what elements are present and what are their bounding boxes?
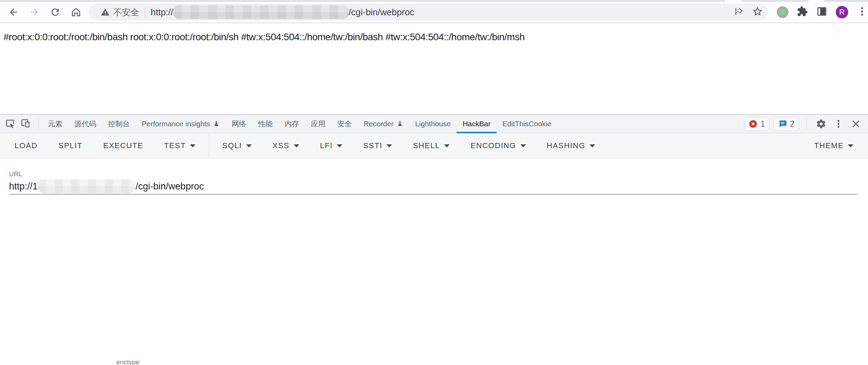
devtools-tab-sources[interactable]: 源代码 [68, 115, 102, 133]
chevron-down-icon [590, 144, 595, 147]
devtools-tab-network[interactable]: 网络 [226, 115, 252, 133]
kebab-menu-icon [833, 119, 844, 129]
devtools-tab-memory[interactable]: 内存 [278, 115, 305, 133]
hackbar-lfi-menu[interactable]: LFI [310, 133, 353, 159]
side-panel-button[interactable] [816, 6, 827, 18]
enctype-label: enctype [116, 358, 140, 365]
profile-avatar[interactable]: R [836, 6, 848, 18]
chevron-down-icon [190, 144, 195, 147]
hackbar-toolbar-separator [209, 133, 209, 159]
devtools-close-button[interactable] [849, 117, 862, 130]
tabbar-separator [807, 119, 807, 129]
passwd-output-text: #root:x:0:0:root:/root:/bin/bash root:x:… [0, 24, 868, 43]
home-button[interactable] [69, 6, 83, 19]
browser-window: 不安全 http:// /cgi-bin/webproc [0, 0, 868, 365]
url-text[interactable]: http:// /cgi-bin/webproc [151, 5, 414, 19]
close-icon [851, 119, 861, 129]
experiment-flask-icon [397, 120, 403, 127]
tabbar-separator [38, 119, 39, 129]
devtools-tab-hackbar[interactable]: HackBar [457, 115, 496, 133]
proxy-extension-icon[interactable] [777, 6, 788, 18]
address-bar[interactable]: 不安全 http:// /cgi-bin/webproc [89, 4, 768, 20]
device-toolbar-button[interactable] [20, 118, 31, 130]
proxy-extension-status-dot [779, 9, 786, 15]
devtools-menu-button[interactable] [832, 117, 845, 130]
hackbar-toolbar: LOAD SPLIT EXECUTE TEST SQLI XSS LFI SST… [0, 133, 868, 159]
devtools-tab-elements[interactable]: 元素 [42, 115, 68, 133]
hackbar-ssti-menu[interactable]: SSTI [353, 133, 402, 159]
devtools-tab-performance[interactable]: 性能 [252, 115, 278, 133]
browser-toolbar: 不安全 http:// /cgi-bin/webproc [0, 2, 868, 23]
reload-button[interactable] [49, 6, 62, 19]
devtools-tab-lighthouse[interactable]: Lighthouse [409, 115, 457, 133]
chevron-down-icon [444, 144, 450, 147]
devtools-settings-button[interactable] [815, 117, 828, 130]
omnibox-divider [145, 8, 145, 17]
chevron-down-icon [386, 144, 392, 147]
bookmark-star-button[interactable] [752, 6, 763, 18]
forward-button[interactable] [28, 6, 41, 19]
hackbar-execute-button[interactable]: EXECUTE [93, 133, 153, 159]
url-field-label: URL [9, 170, 22, 178]
hackbar-xss-menu[interactable]: XSS [262, 133, 310, 159]
reload-icon [50, 7, 61, 18]
experiment-flask-icon [213, 120, 220, 127]
share-button[interactable] [734, 6, 744, 18]
gear-icon [816, 119, 826, 129]
redacted-host [173, 5, 349, 19]
devtools-panel: 元素 源代码 控制台 Performance insights 网络 性能 内存… [0, 114, 868, 365]
chevron-down-icon [294, 144, 299, 147]
devtools-tabbar: 元素 源代码 控制台 Performance insights 网络 性能 内存… [0, 115, 868, 133]
chevron-down-icon [848, 144, 853, 147]
chevron-down-icon [520, 144, 526, 147]
url-field-underline [9, 194, 858, 195]
web-page: #root:x:0:0:root:/root:/bin/bash root:x:… [0, 24, 868, 114]
devtools-tab-application[interactable]: 应用 [305, 115, 331, 133]
chevron-down-icon [246, 144, 252, 147]
redacted-host [38, 179, 136, 193]
error-icon [749, 119, 758, 128]
hackbar-shell-menu[interactable]: SHELL [402, 133, 460, 159]
extensions-puzzle-button[interactable] [797, 6, 808, 18]
url-field-value[interactable]: http://1/cgi-bin/webproc [9, 179, 204, 195]
back-icon [8, 7, 19, 18]
url-prefix: http:// [151, 7, 173, 18]
hackbar-test-menu[interactable]: TEST [154, 133, 206, 159]
inspect-element-button[interactable] [5, 118, 15, 130]
devtools-tab-security[interactable]: 安全 [331, 115, 358, 133]
hackbar-content: URL http://1/cgi-bin/webproc Enable POST… [0, 159, 868, 365]
hackbar-encoding-menu[interactable]: ENCODING [460, 133, 536, 159]
home-icon [70, 7, 82, 18]
back-button[interactable] [7, 6, 20, 19]
hackbar-theme-menu[interactable]: THEME [804, 133, 864, 159]
devtools-tab-recorder[interactable]: Recorder [358, 115, 409, 133]
devtools-tab-editthiscookie[interactable]: EditThisCookie [496, 115, 557, 133]
hackbar-sqli-menu[interactable]: SQLI [212, 133, 262, 159]
devtools-tab-performance-insights[interactable]: Performance insights [136, 115, 226, 133]
url-suffix: /cgi-bin/webproc [349, 7, 414, 18]
hackbar-hashing-menu[interactable]: HASHING [536, 133, 606, 159]
security-label[interactable]: 不安全 [113, 7, 139, 18]
hackbar-load-button[interactable]: LOAD [4, 133, 48, 159]
not-secure-warning-icon[interactable] [101, 8, 110, 17]
console-messages-badge[interactable]: 2 [774, 117, 799, 131]
message-icon [778, 119, 787, 128]
hackbar-split-button[interactable]: SPLIT [48, 133, 93, 159]
message-count: 2 [790, 119, 794, 129]
forward-icon [29, 7, 40, 18]
console-errors-badge[interactable]: 1 [744, 117, 769, 131]
browser-menu-button[interactable] [857, 6, 868, 18]
chevron-down-icon [337, 144, 342, 147]
devtools-tab-console[interactable]: 控制台 [102, 115, 136, 133]
error-count: 1 [760, 119, 765, 129]
